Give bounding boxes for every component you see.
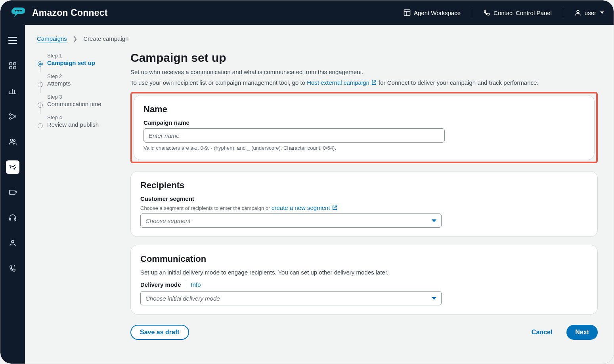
dashboard-icon bbox=[9, 62, 17, 70]
wizard-step-4[interactable]: Step 4 Review and publish bbox=[37, 114, 120, 128]
create-segment-label: create a new segment bbox=[272, 204, 330, 211]
nav-analytics[interactable] bbox=[6, 84, 19, 98]
breadcrumb-separator-icon: ❯ bbox=[73, 35, 78, 42]
campaign-name-input[interactable] bbox=[143, 128, 445, 143]
phone-settings-icon bbox=[9, 265, 17, 273]
caret-down-icon bbox=[600, 11, 604, 14]
footer-actions: Save as draft Cancel Next bbox=[130, 325, 598, 340]
svg-rect-10 bbox=[13, 67, 16, 69]
phone-icon bbox=[483, 9, 490, 16]
customer-segment-select[interactable]: Choose segment bbox=[140, 213, 442, 228]
headset-icon bbox=[9, 214, 17, 222]
nav-apps[interactable] bbox=[6, 186, 19, 199]
step-label: Communication time bbox=[47, 101, 120, 107]
step-label: Review and publish bbox=[47, 121, 120, 128]
nav-dashboard[interactable] bbox=[6, 59, 19, 72]
breadcrumb-root-link[interactable]: Campaigns bbox=[37, 35, 67, 42]
wizard-step-3[interactable]: Step 3 Communication time bbox=[37, 94, 120, 107]
host-external-label: Host external campaign bbox=[307, 79, 369, 86]
communication-sub: Set up an initial delivery mode to engag… bbox=[140, 269, 588, 276]
page-description-1: Set up who receives a communication and … bbox=[130, 68, 598, 77]
ccp-link[interactable]: Contact Control Panel bbox=[483, 9, 552, 16]
person-icon bbox=[9, 239, 17, 247]
users-icon bbox=[8, 138, 17, 146]
svg-point-16 bbox=[10, 118, 11, 119]
left-nav-rail bbox=[0, 25, 25, 364]
svg-rect-8 bbox=[13, 63, 16, 65]
svg-point-20 bbox=[14, 168, 15, 169]
page-description-2: To use your own recipient list or campai… bbox=[130, 78, 598, 88]
user-label: user bbox=[585, 10, 596, 16]
highlight-rectangle: Name Campaign name Valid characters are … bbox=[130, 92, 598, 163]
nav-users[interactable] bbox=[6, 135, 19, 149]
header-links: Agent Workspace Contact Control Panel us… bbox=[404, 8, 604, 17]
svg-rect-22 bbox=[10, 190, 15, 194]
name-card: Name Campaign name Valid characters are … bbox=[134, 95, 595, 160]
campaign-name-hint: Valid characters are a-z, 0-9, - (hyphen… bbox=[143, 145, 585, 151]
step-label: Attempts bbox=[47, 80, 120, 87]
delivery-mode-label: Delivery mode bbox=[140, 281, 181, 288]
recipients-card: Recipients Customer segment Choose a seg… bbox=[130, 171, 598, 237]
hamburger-icon bbox=[8, 37, 17, 44]
delivery-mode-select[interactable]: Choose initial delivery mode bbox=[140, 291, 442, 305]
next-button[interactable]: Next bbox=[566, 325, 598, 340]
step-number: Step 1 bbox=[47, 53, 120, 59]
svg-point-6 bbox=[577, 10, 579, 13]
user-menu[interactable]: user bbox=[574, 9, 604, 16]
user-icon bbox=[574, 9, 581, 16]
svg-point-21 bbox=[15, 167, 16, 168]
wizard-steps: Step 1 Campaign set up Step 2 Attempts S… bbox=[37, 51, 120, 340]
desc2-post: for Connect to deliver your campaign and… bbox=[377, 79, 539, 86]
nav-hamburger[interactable] bbox=[6, 34, 19, 47]
svg-point-15 bbox=[10, 114, 11, 115]
svg-rect-23 bbox=[10, 218, 11, 220]
step-number: Step 4 bbox=[47, 114, 120, 120]
external-link-icon bbox=[371, 79, 377, 86]
campaign-icon bbox=[9, 163, 17, 171]
amazon-connect-logo-icon bbox=[10, 5, 27, 20]
form-column: Campaign set up Set up who receives a co… bbox=[130, 51, 598, 340]
top-header: Amazon Connect Agent Workspace Contact C… bbox=[0, 0, 614, 25]
label-separator bbox=[186, 282, 186, 288]
segment-sub-pre: Choose a segment of recipients to enter … bbox=[140, 205, 272, 211]
brand-region[interactable]: Amazon Connect bbox=[10, 5, 108, 20]
desc2-pre: To use your own recipient list or campai… bbox=[130, 79, 307, 86]
nav-headset[interactable] bbox=[6, 211, 19, 225]
workspace-icon bbox=[404, 9, 411, 16]
host-external-link[interactable]: Host external campaign bbox=[307, 79, 377, 86]
nav-phone[interactable] bbox=[6, 262, 19, 275]
step-label: Campaign set up bbox=[47, 59, 120, 66]
breadcrumb: Campaigns ❯ Create campaign bbox=[37, 35, 598, 42]
apps-icon bbox=[9, 189, 17, 196]
save-draft-button[interactable]: Save as draft bbox=[130, 325, 189, 340]
recipients-heading: Recipients bbox=[140, 180, 588, 191]
ccp-label: Contact Control Panel bbox=[493, 10, 552, 16]
page-title: Campaign set up bbox=[130, 51, 598, 65]
chevron-down-icon bbox=[432, 297, 436, 300]
agent-workspace-link[interactable]: Agent Workspace bbox=[404, 9, 461, 16]
nav-profile[interactable] bbox=[6, 236, 19, 250]
delivery-mode-placeholder: Choose initial delivery mode bbox=[145, 295, 220, 302]
svg-point-18 bbox=[10, 139, 13, 141]
wizard-step-2[interactable]: Step 2 Attempts bbox=[37, 73, 120, 87]
nav-campaigns[interactable] bbox=[6, 160, 19, 174]
breadcrumb-current: Create campaign bbox=[83, 35, 128, 42]
segment-select-placeholder: Choose segment bbox=[145, 217, 190, 224]
name-heading: Name bbox=[143, 104, 585, 114]
step-dot-icon bbox=[38, 123, 43, 128]
campaign-name-label: Campaign name bbox=[143, 119, 585, 126]
svg-rect-7 bbox=[10, 63, 12, 65]
cancel-button[interactable]: Cancel bbox=[523, 325, 561, 340]
communication-card: Communication Set up an initial delivery… bbox=[130, 245, 598, 314]
header-separator bbox=[563, 8, 563, 17]
agent-workspace-label: Agent Workspace bbox=[414, 10, 461, 16]
nav-routing[interactable] bbox=[6, 110, 19, 123]
chart-icon bbox=[9, 87, 17, 95]
wizard-step-1[interactable]: Step 1 Campaign set up bbox=[37, 53, 120, 66]
create-segment-link[interactable]: create a new segment bbox=[272, 204, 338, 211]
brand-title: Amazon Connect bbox=[32, 8, 108, 18]
header-separator bbox=[472, 8, 472, 17]
delivery-mode-info-link[interactable]: Info bbox=[191, 281, 201, 288]
main-content: Campaigns ❯ Create campaign Step 1 Campa… bbox=[25, 25, 614, 364]
communication-heading: Communication bbox=[140, 254, 588, 264]
